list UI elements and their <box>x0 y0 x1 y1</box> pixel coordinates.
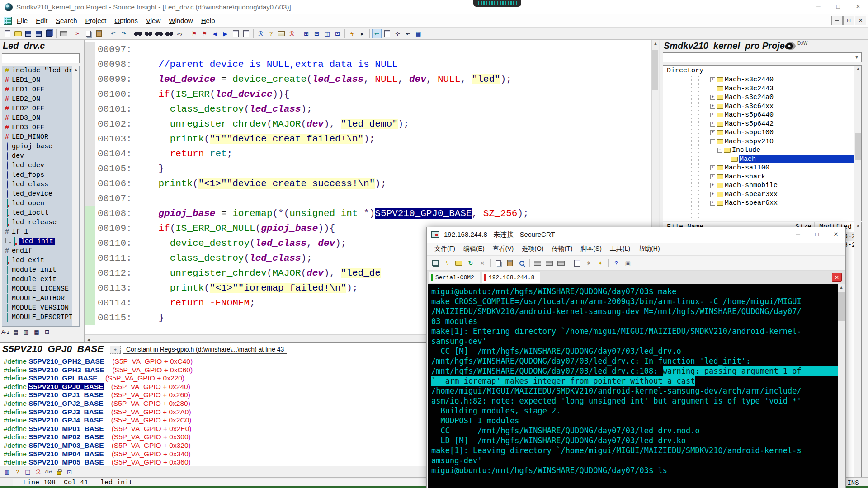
go-back-icon[interactable]: ◀ <box>210 29 220 38</box>
help-page-icon[interactable]: ? <box>13 467 22 476</box>
menu-view[interactable]: View <box>142 14 165 27</box>
minimize-button[interactable]: ─ <box>808 0 828 14</box>
expand-icon[interactable]: + <box>710 122 715 127</box>
goto-line-icon[interactable] <box>231 29 241 38</box>
bookmark-icon[interactable]: ⚑ <box>189 29 199 38</box>
tab-close-button[interactable]: ✕ <box>832 273 842 282</box>
paste-icon[interactable] <box>94 29 104 38</box>
window-tile-icon[interactable]: ⊞ <box>302 29 311 38</box>
undo-icon[interactable]: ↶ <box>108 29 118 38</box>
crt-menu-item[interactable]: 脚本(S) <box>576 245 606 253</box>
symbol-item-led2-on[interactable]: #LED2_ON <box>2 94 79 104</box>
disconnect-icon[interactable]: ✕ <box>477 258 488 268</box>
symbol-item-led-fops[interactable]: led_fops <box>2 170 79 180</box>
find-prev-icon[interactable] <box>154 29 164 38</box>
scroll-up-icon[interactable]: ▲ <box>854 222 862 230</box>
tree-item-mach-s3c2443[interactable]: Mach-s3c2443 <box>663 84 861 94</box>
list-view-icon[interactable]: ▤ <box>11 328 20 336</box>
find-files-icon[interactable] <box>165 29 174 38</box>
crt-menu-item[interactable]: 编辑(E) <box>459 245 489 253</box>
find-icon[interactable] <box>133 29 143 38</box>
context-window-icon[interactable]: ▦ <box>2 467 12 476</box>
tree-item-mach-s5pc100[interactable]: +Mach-s5pc100 <box>663 128 861 137</box>
session-tab-192-168-244-8[interactable]: 192.168.244.8 <box>482 272 540 283</box>
symbol-item-led3-on[interactable]: #LED3_ON <box>2 113 79 123</box>
cursor-icon[interactable]: ▸ <box>358 29 367 38</box>
symbol-item-module-license[interactable]: MODULE_LICENSE <box>2 284 79 294</box>
window-split-icon[interactable]: ⊡ <box>333 29 342 38</box>
menu-project[interactable]: Project <box>81 14 111 27</box>
ctx-plus-icon[interactable]: ⊹ <box>393 29 402 38</box>
symbol-item-led-release[interactable]: led_release <box>2 218 79 227</box>
rename-icon[interactable]: Ab+ <box>44 467 53 476</box>
ctx-doc-icon[interactable] <box>382 29 392 38</box>
scroll-up-icon[interactable]: ▲ <box>652 40 659 47</box>
menu-file[interactable]: File <box>13 14 32 27</box>
window-v-icon[interactable]: ◫ <box>322 29 332 38</box>
symbol-item-dev[interactable]: dev <box>2 151 79 161</box>
lock-icon[interactable] <box>54 467 64 476</box>
print-setup-icon[interactable] <box>556 258 566 268</box>
tree-item-include[interactable]: −Include <box>663 146 861 155</box>
relation-icon[interactable]: ℛ <box>287 29 297 38</box>
expand-icon[interactable]: + <box>710 130 715 135</box>
replace-icon[interactable]: x·y <box>175 29 184 38</box>
detail-view-icon[interactable]: ▥ <box>22 328 31 336</box>
expand-icon[interactable]: + <box>710 183 715 188</box>
symbol-item-led-class[interactable]: led_class <box>2 180 79 189</box>
new-file-icon[interactable] <box>3 29 12 38</box>
symbol-item-module-description[interactable]: MODULE_DESCRIPTION <box>2 313 79 322</box>
menu-edit[interactable]: Edit <box>32 14 52 27</box>
close-button[interactable]: ✕ <box>848 0 868 14</box>
crt-minimize-button[interactable]: ─ <box>788 227 807 242</box>
symbol-item-led-minor[interactable]: #LED_MINOR <box>2 132 79 142</box>
copy-icon[interactable] <box>84 29 93 38</box>
symbol-item-include-led-drv-h[interactable]: #include "led_drv.h <box>2 66 79 75</box>
project-lookup-combo[interactable]: ▼ <box>663 52 862 62</box>
crt-maximize-button[interactable]: □ <box>807 227 826 242</box>
scroll-up-icon[interactable]: ▲ <box>72 66 80 73</box>
scroll-up-icon[interactable]: ▲ <box>838 284 845 291</box>
crt-menu-item[interactable]: 工具(L) <box>606 245 634 253</box>
keymap-icon[interactable]: ✳ <box>583 258 594 268</box>
symbol-item-gpioj-base[interactable]: gpioj_base <box>2 142 79 151</box>
tree-scrollbar[interactable]: ▲ <box>854 66 861 221</box>
symbol-item-led2-off[interactable]: #LED2_OFF <box>2 104 79 113</box>
key-icon[interactable]: ✦ <box>595 258 606 268</box>
tree-item-mach-shmobile[interactable]: +Mach-shmobile <box>663 181 861 190</box>
tree-item-mach-s3c2440[interactable]: +Mach-s3c2440 <box>663 75 861 84</box>
lightning-icon[interactable]: ϟ <box>347 29 357 38</box>
paste-icon[interactable] <box>505 258 515 268</box>
book-icon[interactable]: ▤ <box>23 467 33 476</box>
collapse-icon[interactable]: − <box>717 148 722 153</box>
symbol-list-icon[interactable]: ℛ <box>256 29 265 38</box>
symbol-item-led-cdev[interactable]: led_cdev <box>2 161 79 170</box>
redo-icon[interactable]: ↷ <box>119 29 128 38</box>
collapse-icon[interactable]: − <box>710 139 715 144</box>
print-select-icon[interactable] <box>544 258 555 268</box>
symbol-item-led1-on[interactable]: #LED1_ON <box>2 75 79 85</box>
expand-icon[interactable]: + <box>710 201 715 206</box>
expand-icon[interactable]: + <box>710 192 715 197</box>
scroll-up-icon[interactable]: ▲ <box>854 66 862 73</box>
help-doc-icon[interactable]: ? <box>266 29 276 38</box>
mdi-minimize-button[interactable]: ─ <box>831 16 843 25</box>
cut-icon[interactable]: ✂ <box>73 29 83 38</box>
menu-help[interactable]: Help <box>197 14 219 27</box>
symbol-item-if-1[interactable]: #if 1 <box>2 227 79 237</box>
menu-window[interactable]: Window <box>165 14 197 27</box>
props-icon[interactable]: ⊡ <box>42 328 52 336</box>
crt-menu-item[interactable]: 文件(F) <box>430 245 459 253</box>
symbol-item-module-version[interactable]: MODULE_VERSION <box>2 303 79 313</box>
find-next-icon[interactable] <box>144 29 153 38</box>
tree-item-mach-spear3xx[interactable]: +Mach-spear3xx <box>663 190 861 199</box>
symbol-item-module-init[interactable]: module_init <box>2 265 79 275</box>
session-options-icon[interactable] <box>571 258 582 268</box>
crt-close-button[interactable]: ✕ <box>826 227 845 242</box>
copy-icon[interactable] <box>493 258 504 268</box>
symbol-filter-input[interactable] <box>2 53 80 63</box>
symbol-item-led-device[interactable]: led_device <box>2 189 79 199</box>
save-icon[interactable] <box>24 29 33 38</box>
symbol-item-led-open[interactable]: led_open <box>2 199 79 208</box>
session-tab-serial-com2[interactable]: Serial-COM2 <box>429 272 480 283</box>
